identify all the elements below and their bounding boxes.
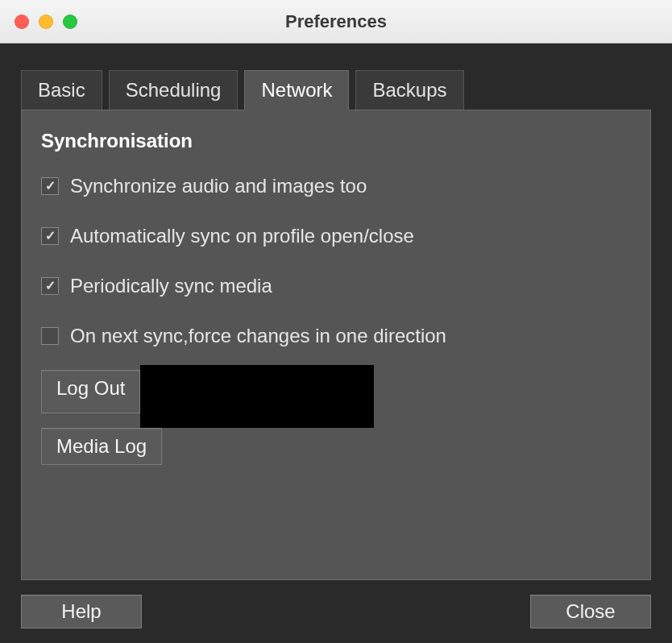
auto-sync-checkbox[interactable] — [41, 227, 59, 245]
titlebar: Preferences — [0, 0, 672, 44]
footer: Help Close — [21, 595, 651, 628]
network-panel: Synchronisation Synchronize audio and im… — [21, 110, 651, 580]
zoom-window-button[interactable] — [63, 15, 77, 29]
traffic-lights — [0, 15, 77, 29]
tab-network[interactable]: Network — [244, 70, 349, 110]
help-button[interactable]: Help — [21, 595, 142, 628]
logout-button[interactable]: Log Out — [41, 370, 140, 413]
auto-sync-label: Automatically sync on profile open/close — [70, 225, 414, 247]
close-window-button[interactable] — [15, 15, 29, 29]
tab-scheduling[interactable]: Scheduling — [109, 70, 239, 110]
periodic-media-label: Periodically sync media — [70, 275, 272, 297]
tabs: Basic Scheduling Network Backups — [21, 69, 651, 110]
minimize-window-button[interactable] — [39, 15, 53, 29]
section-title: Synchronisation — [41, 130, 631, 152]
workspace: Basic Scheduling Network Backups Synchro… — [0, 44, 672, 643]
sync-media-label: Synchronize audio and images too — [70, 175, 367, 197]
redacted-account-info — [140, 365, 374, 428]
logout-row: Log Out — [41, 370, 631, 428]
window-title: Preferences — [285, 11, 387, 32]
tab-basic[interactable]: Basic — [21, 70, 102, 110]
close-button[interactable]: Close — [530, 595, 651, 628]
media-log-button[interactable]: Media Log — [41, 428, 162, 465]
tab-backups[interactable]: Backups — [355, 70, 463, 110]
force-changes-checkbox[interactable] — [41, 327, 59, 345]
sync-media-checkbox[interactable] — [41, 177, 59, 195]
periodic-media-checkbox[interactable] — [41, 277, 59, 295]
checkbox-row-auto-sync: Automatically sync on profile open/close — [41, 225, 631, 247]
checkbox-row-force-changes: On next sync,force changes in one direct… — [41, 325, 631, 347]
force-changes-label: On next sync,force changes in one direct… — [70, 325, 446, 347]
checkbox-row-sync-media: Synchronize audio and images too — [41, 175, 631, 197]
checkbox-row-periodic-media: Periodically sync media — [41, 275, 631, 297]
